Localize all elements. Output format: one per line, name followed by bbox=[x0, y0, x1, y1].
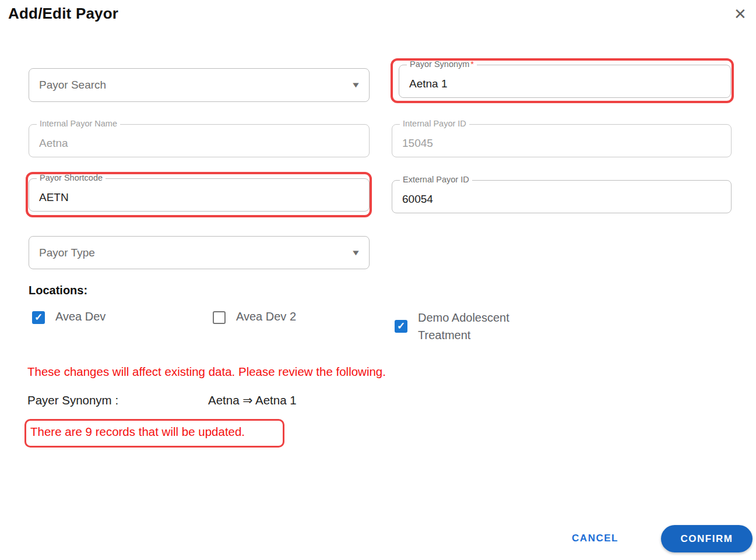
payor-search-placeholder: Payor Search bbox=[39, 69, 106, 101]
payor-search-select[interactable]: Payor Search ▼ bbox=[29, 68, 370, 102]
cancel-button[interactable]: CANCEL bbox=[558, 526, 632, 551]
internal-payor-id-input bbox=[392, 125, 731, 157]
close-icon[interactable]: ✕ bbox=[730, 3, 751, 24]
internal-payor-name-label: Internal Payor Name bbox=[37, 119, 120, 128]
chevron-down-icon: ▼ bbox=[351, 80, 361, 89]
payor-synonym-field-wrap: Payor Synonym* bbox=[399, 65, 731, 98]
payor-shortcode-input[interactable] bbox=[29, 179, 369, 211]
checkbox-avea-dev[interactable]: ✓ bbox=[32, 311, 45, 324]
change-field-label: Payer Synonym : bbox=[27, 393, 118, 407]
payor-type-placeholder: Payor Type bbox=[39, 237, 95, 269]
check-icon: ✓ bbox=[33, 312, 44, 323]
checkbox-label-avea-dev-2[interactable]: Avea Dev 2 bbox=[236, 310, 296, 323]
chevron-down-icon: ▼ bbox=[351, 248, 361, 257]
payor-shortcode-label: Payor Shortcode bbox=[37, 173, 106, 182]
required-asterisk: * bbox=[470, 59, 474, 69]
external-payor-id-label: External Payor ID bbox=[400, 175, 472, 184]
external-payor-id-field-wrap: External Payor ID bbox=[392, 180, 732, 213]
external-payor-id-input[interactable] bbox=[392, 181, 731, 213]
internal-payor-name-input bbox=[29, 125, 369, 157]
change-field-value: Aetna ⇒ Aetna 1 bbox=[208, 393, 297, 407]
checkbox-label-demo-adolescent-treatment[interactable]: Demo Adolescent Treatment bbox=[418, 309, 535, 344]
confirm-button[interactable]: CONFIRM bbox=[661, 525, 753, 552]
internal-payor-name-field-wrap: Internal Payor Name bbox=[29, 124, 370, 157]
page-title: Add/Edit Payor bbox=[8, 5, 118, 23]
payor-synonym-label: Payor Synonym* bbox=[407, 59, 477, 69]
records-update-notice: There are 9 records that will be updated… bbox=[30, 425, 245, 439]
internal-payor-id-label: Internal Payor ID bbox=[400, 119, 469, 128]
warning-message: These changes will affect existing data.… bbox=[27, 365, 386, 379]
payor-shortcode-field-wrap: Payor Shortcode bbox=[29, 178, 370, 212]
checkbox-demo-adolescent-treatment[interactable]: ✓ bbox=[395, 320, 407, 333]
payor-synonym-input[interactable] bbox=[399, 65, 730, 97]
check-icon: ✓ bbox=[396, 321, 406, 332]
checkbox-label-avea-dev[interactable]: Avea Dev bbox=[55, 310, 106, 323]
locations-heading: Locations: bbox=[29, 284, 87, 297]
internal-payor-id-field-wrap: Internal Payor ID bbox=[392, 124, 732, 157]
add-edit-payor-dialog: Add/Edit Payor ✕ Payor Search ▼ Payor Sy… bbox=[0, 0, 756, 560]
payor-type-select[interactable]: Payor Type ▼ bbox=[29, 236, 370, 269]
checkbox-avea-dev-2[interactable]: ✓ bbox=[213, 311, 226, 324]
